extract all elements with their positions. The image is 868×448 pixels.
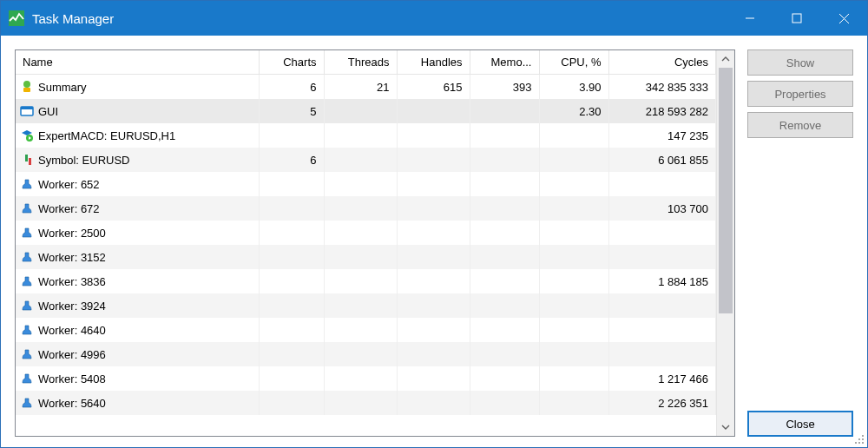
- symbol-icon: [19, 152, 35, 168]
- column-header[interactable]: Cycles: [608, 50, 716, 75]
- cell-cpu: 3.90: [539, 75, 608, 100]
- cell-cycles: [608, 172, 716, 196]
- cell-handles: [397, 342, 470, 366]
- worker-icon: [19, 201, 35, 216]
- cell-cycles: [608, 221, 716, 245]
- column-header[interactable]: Threads: [324, 50, 397, 75]
- cell-handles: [397, 148, 470, 172]
- cell-charts: 5: [259, 99, 324, 123]
- cell-handles: [397, 99, 470, 123]
- cell-cycles: [608, 318, 716, 342]
- table-row[interactable]: Worker: 3924: [16, 293, 716, 318]
- svg-rect-12: [29, 158, 31, 165]
- task-manager-window: Task Manager: [0, 0, 868, 448]
- close-window-button[interactable]: [820, 1, 867, 36]
- properties-button[interactable]: Properties: [747, 81, 853, 107]
- cell-cycles: [608, 245, 716, 269]
- cell-charts: [259, 245, 324, 269]
- row-name: Worker: 5408: [38, 372, 106, 385]
- table-row[interactable]: Worker: 672103 700: [16, 196, 716, 221]
- row-name: Worker: 3924: [38, 300, 106, 313]
- column-header[interactable]: CPU, %: [539, 50, 608, 75]
- cell-handles: [397, 196, 470, 221]
- app-icon: [8, 10, 25, 27]
- cell-threads: [324, 221, 397, 245]
- scroll-track[interactable]: [717, 68, 734, 418]
- cell-cycles: 103 700: [608, 196, 716, 221]
- cell-cpu: [539, 391, 608, 415]
- cell-cycles: [608, 293, 716, 318]
- show-button[interactable]: Show: [747, 49, 853, 76]
- cell-memory: [470, 269, 539, 293]
- window-controls: [727, 1, 867, 36]
- table-row[interactable]: Worker: 56402 226 351: [16, 391, 716, 415]
- cell-cpu: [539, 342, 608, 366]
- svg-rect-8: [21, 107, 33, 109]
- vertical-scrollbar[interactable]: [716, 50, 734, 436]
- cell-handles: [397, 391, 470, 415]
- table-row[interactable]: Worker: 38361 884 185: [16, 269, 716, 293]
- row-name: Worker: 672: [38, 202, 100, 215]
- cell-cpu: [539, 221, 608, 245]
- table-row[interactable]: Worker: 3152: [16, 245, 716, 269]
- table-row[interactable]: GUI52.30218 593 282: [16, 99, 716, 123]
- cell-cycles: 218 593 282: [608, 99, 716, 123]
- worker-icon: [19, 322, 35, 338]
- cell-threads: [324, 366, 397, 391]
- table-row[interactable]: Worker: 652: [16, 172, 716, 196]
- row-name: Worker: 5640: [38, 397, 106, 410]
- cell-cycles: [608, 342, 716, 366]
- action-panel: Show Properties Remove Close: [747, 49, 853, 437]
- column-header[interactable]: Memo...: [470, 50, 539, 75]
- summary-icon: [19, 79, 35, 95]
- table-row[interactable]: Summary6216153933.90342 835 333: [16, 75, 716, 100]
- cell-cpu: 2.30: [539, 99, 608, 123]
- cell-charts: [259, 366, 324, 391]
- row-name: GUI: [38, 105, 58, 118]
- cell-cpu: [539, 318, 608, 342]
- cell-threads: [324, 342, 397, 366]
- row-name: Worker: 3152: [38, 251, 106, 264]
- column-header[interactable]: Name: [16, 50, 259, 75]
- svg-point-13: [862, 435, 864, 437]
- cell-memory: [470, 293, 539, 318]
- cell-charts: [259, 123, 324, 148]
- minimize-button[interactable]: [727, 1, 773, 36]
- resize-grip-icon[interactable]: [852, 432, 865, 445]
- table-header: NameChartsThreadsHandlesMemo...CPU, %Cyc…: [16, 50, 716, 75]
- row-name: Worker: 2500: [38, 227, 106, 240]
- cell-charts: [259, 391, 324, 415]
- table-row[interactable]: ExpertMACD: EURUSD,H1147 235: [16, 123, 716, 148]
- cell-cycles: 1 217 466: [608, 366, 716, 391]
- cell-threads: [324, 172, 397, 196]
- table-row[interactable]: Worker: 4996: [16, 342, 716, 366]
- table-row[interactable]: Worker: 2500: [16, 221, 716, 245]
- table-panel: NameChartsThreadsHandlesMemo...CPU, %Cyc…: [15, 49, 735, 437]
- column-header[interactable]: Charts: [259, 50, 324, 75]
- scroll-up-button[interactable]: [717, 50, 734, 68]
- cell-charts: 6: [259, 148, 324, 172]
- cell-charts: [259, 293, 324, 318]
- close-button[interactable]: Close: [747, 411, 853, 437]
- cell-handles: [397, 366, 470, 391]
- scroll-down-button[interactable]: [717, 418, 734, 436]
- svg-point-17: [858, 442, 860, 444]
- client-area: NameChartsThreadsHandlesMemo...CPU, %Cyc…: [1, 36, 867, 447]
- column-header[interactable]: Handles: [397, 50, 470, 75]
- cell-handles: [397, 172, 470, 196]
- table-row[interactable]: Symbol: EURUSD66 061 855: [16, 148, 716, 172]
- remove-button[interactable]: Remove: [747, 112, 853, 138]
- gui-icon: [19, 103, 35, 119]
- cell-memory: [470, 245, 539, 269]
- table-row[interactable]: Worker: 54081 217 466: [16, 366, 716, 391]
- worker-icon: [19, 371, 35, 386]
- cell-cpu: [539, 172, 608, 196]
- cell-charts: 6: [259, 75, 324, 100]
- cell-memory: [470, 148, 539, 172]
- scroll-thumb[interactable]: [719, 68, 733, 313]
- maximize-button[interactable]: [773, 1, 820, 36]
- cell-handles: [397, 245, 470, 269]
- titlebar[interactable]: Task Manager: [1, 1, 867, 36]
- table-row[interactable]: Worker: 4640: [16, 318, 716, 342]
- cell-threads: 21: [324, 75, 397, 100]
